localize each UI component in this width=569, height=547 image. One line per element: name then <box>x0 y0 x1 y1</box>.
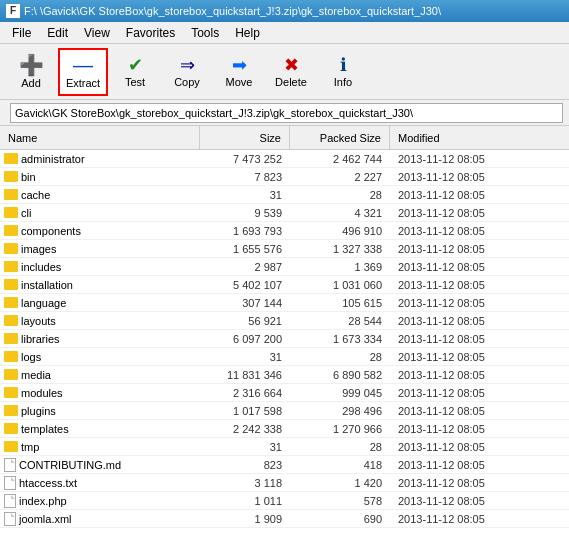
table-row[interactable]: bin 7 823 2 227 2013-11-12 08:05 <box>0 168 569 186</box>
cell-size: 2 987 <box>200 261 290 273</box>
file-name: language <box>21 297 66 309</box>
cell-size: 9 539 <box>200 207 290 219</box>
file-icon <box>4 494 16 508</box>
cell-modified: 2013-11-12 08:05 <box>390 459 569 471</box>
copy-button[interactable]: ⇒ Copy <box>162 48 212 96</box>
col-header-packed[interactable]: Packed Size <box>290 126 390 149</box>
extract-button[interactable]: — Extract <box>58 48 108 96</box>
table-row[interactable]: components 1 693 793 496 910 2013-11-12 … <box>0 222 569 240</box>
cell-modified: 2013-11-12 08:05 <box>390 243 569 255</box>
cell-modified: 2013-11-12 08:05 <box>390 207 569 219</box>
menu-view[interactable]: View <box>76 24 118 42</box>
cell-modified: 2013-11-12 08:05 <box>390 351 569 363</box>
cell-packed: 1 270 966 <box>290 423 390 435</box>
cell-name: libraries <box>0 333 200 345</box>
cell-name: bin <box>0 171 200 183</box>
cell-packed: 6 890 582 <box>290 369 390 381</box>
table-row[interactable]: joomla.xml 1 909 690 2013-11-12 08:05 <box>0 510 569 528</box>
folder-icon <box>4 171 18 182</box>
cell-modified: 2013-11-12 08:05 <box>390 477 569 489</box>
copy-icon: ⇒ <box>180 56 195 74</box>
cell-modified: 2013-11-12 08:05 <box>390 261 569 273</box>
table-row[interactable]: layouts 56 921 28 544 2013-11-12 08:05 <box>0 312 569 330</box>
table-row[interactable]: media 11 831 346 6 890 582 2013-11-12 08… <box>0 366 569 384</box>
cell-size: 11 831 346 <box>200 369 290 381</box>
col-header-name[interactable]: Name <box>0 126 200 149</box>
app-icon: F <box>6 4 20 18</box>
table-row[interactable]: tmp 31 28 2013-11-12 08:05 <box>0 438 569 456</box>
cell-name: tmp <box>0 441 200 453</box>
folder-icon <box>4 189 18 200</box>
folder-icon <box>4 351 18 362</box>
table-row[interactable]: index.php 1 011 578 2013-11-12 08:05 <box>0 492 569 510</box>
delete-label: Delete <box>275 76 307 88</box>
cell-size: 823 <box>200 459 290 471</box>
menu-favorites[interactable]: Favorites <box>118 24 183 42</box>
cell-size: 5 402 107 <box>200 279 290 291</box>
menu-tools[interactable]: Tools <box>183 24 227 42</box>
table-row[interactable]: installation 5 402 107 1 031 060 2013-11… <box>0 276 569 294</box>
address-input[interactable] <box>10 103 563 123</box>
table-row[interactable]: modules 2 316 664 999 045 2013-11-12 08:… <box>0 384 569 402</box>
cell-name: layouts <box>0 315 200 327</box>
table-row[interactable]: logs 31 28 2013-11-12 08:05 <box>0 348 569 366</box>
file-name: media <box>21 369 51 381</box>
cell-modified: 2013-11-12 08:05 <box>390 315 569 327</box>
file-name: tmp <box>21 441 39 453</box>
cell-size: 56 921 <box>200 315 290 327</box>
cell-name: cache <box>0 189 200 201</box>
cell-size: 307 144 <box>200 297 290 309</box>
extract-label: Extract <box>66 77 100 89</box>
col-header-size[interactable]: Size <box>200 126 290 149</box>
test-button[interactable]: ✔ Test <box>110 48 160 96</box>
table-row[interactable]: images 1 655 576 1 327 338 2013-11-12 08… <box>0 240 569 258</box>
file-name: cli <box>21 207 31 219</box>
add-label: Add <box>21 77 41 89</box>
cell-packed: 28 <box>290 189 390 201</box>
move-button[interactable]: ➡ Move <box>214 48 264 96</box>
test-label: Test <box>125 76 145 88</box>
cell-name: plugins <box>0 405 200 417</box>
cell-modified: 2013-11-12 08:05 <box>390 153 569 165</box>
info-button[interactable]: ℹ Info <box>318 48 368 96</box>
cell-packed: 1 031 060 <box>290 279 390 291</box>
file-name: templates <box>21 423 69 435</box>
cell-packed: 28 <box>290 351 390 363</box>
cell-modified: 2013-11-12 08:05 <box>390 441 569 453</box>
cell-name: administrator <box>0 153 200 165</box>
cell-modified: 2013-11-12 08:05 <box>390 333 569 345</box>
cell-packed: 1 369 <box>290 261 390 273</box>
folder-icon <box>4 243 18 254</box>
table-row[interactable]: language 307 144 105 615 2013-11-12 08:0… <box>0 294 569 312</box>
table-row[interactable]: cli 9 539 4 321 2013-11-12 08:05 <box>0 204 569 222</box>
info-label: Info <box>334 76 352 88</box>
cell-packed: 1 420 <box>290 477 390 489</box>
add-icon: ➕ <box>19 55 44 75</box>
cell-packed: 578 <box>290 495 390 507</box>
folder-icon <box>4 297 18 308</box>
table-row[interactable]: includes 2 987 1 369 2013-11-12 08:05 <box>0 258 569 276</box>
table-row[interactable]: plugins 1 017 598 298 496 2013-11-12 08:… <box>0 402 569 420</box>
delete-button[interactable]: ✖ Delete <box>266 48 316 96</box>
folder-icon <box>4 333 18 344</box>
menu-help[interactable]: Help <box>227 24 268 42</box>
table-row[interactable]: templates 2 242 338 1 270 966 2013-11-12… <box>0 420 569 438</box>
cell-name: installation <box>0 279 200 291</box>
menu-file[interactable]: File <box>4 24 39 42</box>
folder-icon <box>4 207 18 218</box>
table-row[interactable]: administrator 7 473 252 2 462 744 2013-1… <box>0 150 569 168</box>
cell-modified: 2013-11-12 08:05 <box>390 387 569 399</box>
cell-name: language <box>0 297 200 309</box>
table-row[interactable]: libraries 6 097 200 1 673 334 2013-11-12… <box>0 330 569 348</box>
table-row[interactable]: CONTRIBUTING.md 823 418 2013-11-12 08:05 <box>0 456 569 474</box>
col-header-modified[interactable]: Modified <box>390 126 569 149</box>
title-text: F:\ \Gavick\GK StoreBox\gk_storebox_quic… <box>24 5 441 17</box>
add-button[interactable]: ➕ Add <box>6 48 56 96</box>
cell-size: 31 <box>200 441 290 453</box>
table-row[interactable]: htaccess.txt 3 118 1 420 2013-11-12 08:0… <box>0 474 569 492</box>
table-row[interactable]: cache 31 28 2013-11-12 08:05 <box>0 186 569 204</box>
menu-edit[interactable]: Edit <box>39 24 76 42</box>
file-name: installation <box>21 279 73 291</box>
file-name: images <box>21 243 56 255</box>
folder-icon <box>4 279 18 290</box>
